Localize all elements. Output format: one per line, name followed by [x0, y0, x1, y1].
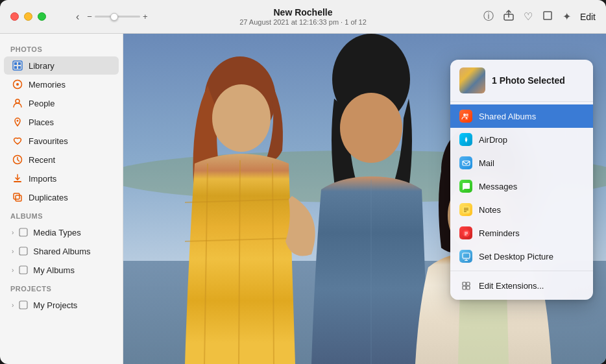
popup-label-mail: Mail	[479, 158, 494, 168]
svg-rect-7	[18, 66, 21, 69]
popup-item-set-desktop[interactable]: Set Desktop Picture	[450, 245, 593, 268]
memories-icon	[12, 79, 23, 90]
popup-label-edit-extensions: Edit Extensions...	[479, 281, 544, 291]
svg-rect-2	[544, 12, 551, 19]
heart-icon[interactable]: ♡	[524, 10, 533, 23]
sidebar-item-library[interactable]: Library	[4, 56, 119, 75]
sidebar-item-people[interactable]: People	[4, 94, 119, 112]
svg-point-35	[463, 114, 466, 116]
svg-rect-5	[18, 62, 21, 65]
svg-rect-53	[463, 286, 466, 289]
media-types-chevron: ›	[12, 229, 14, 236]
popup-header-text: 1 Photo Selected	[492, 75, 565, 86]
zoom-slider[interactable]	[95, 16, 140, 18]
popup-item-edit-extensions[interactable]: Edit Extensions...	[450, 274, 593, 297]
notes-icon	[459, 203, 472, 216]
titlebar-center: New Rochelle 27 August 2021 at 12:16:33 …	[239, 7, 367, 26]
mail-icon	[459, 156, 472, 169]
popup-thumbnail	[459, 67, 485, 93]
zoom-thumb[interactable]	[110, 13, 118, 21]
shared-albums-sidebar-icon	[18, 245, 29, 257]
sidebar-item-duplicates[interactable]: Duplicates	[4, 188, 119, 206]
sidebar-item-my-projects[interactable]: › My Projects	[4, 296, 119, 314]
messages-icon	[459, 180, 472, 193]
sidebar-item-library-label: Library	[29, 61, 55, 71]
sidebar-item-favourites[interactable]: Favourites	[4, 132, 119, 150]
popup-item-reminders[interactable]: Reminders	[450, 221, 593, 245]
svg-rect-3	[13, 61, 22, 70]
popup-item-shared-albums[interactable]: Shared Albums	[450, 104, 593, 128]
nav-controls: ‹ − +	[72, 8, 148, 25]
my-projects-chevron: ›	[12, 302, 14, 309]
sidebar-item-memories[interactable]: Memories	[4, 75, 119, 93]
crop-icon[interactable]	[542, 10, 553, 24]
svg-rect-15	[16, 195, 21, 201]
maximize-button[interactable]	[38, 12, 46, 21]
popup-item-airdrop[interactable]: AirDrop	[450, 128, 593, 151]
sidebar-item-my-albums[interactable]: › My Albums	[4, 261, 119, 279]
reminders-icon	[459, 226, 472, 239]
sidebar-item-imports[interactable]: Imports	[4, 169, 119, 188]
edit-button[interactable]: Edit	[580, 12, 596, 22]
photo-area: 1 Photo Selected	[123, 34, 606, 364]
titlebar-actions: ⓘ ♡ ✦ Edit	[483, 10, 596, 24]
imports-icon	[12, 173, 23, 184]
minimize-button[interactable]	[24, 12, 32, 21]
svg-rect-18	[19, 266, 27, 274]
photo-title: New Rochelle	[239, 7, 367, 18]
svg-point-37	[465, 139, 467, 141]
svg-rect-47	[463, 253, 470, 258]
popup-divider	[450, 271, 593, 271]
svg-point-24	[212, 84, 271, 152]
svg-rect-14	[14, 193, 19, 199]
sidebar-item-places-label: Places	[29, 117, 54, 127]
sidebar-item-recent[interactable]: Recent	[4, 151, 119, 169]
sidebar-item-recent-label: Recent	[29, 155, 55, 165]
sidebar-item-media-types[interactable]: › Media Types	[4, 223, 119, 241]
share-popup: 1 Photo Selected	[450, 60, 593, 300]
sidebar: Photos Library	[0, 34, 123, 364]
photos-section-label: Photos	[0, 40, 123, 56]
svg-rect-38	[463, 161, 470, 165]
popup-label-reminders: Reminders	[479, 228, 520, 238]
sidebar-item-my-albums-label: My Albums	[33, 265, 75, 275]
main-content: Photos Library	[0, 34, 606, 364]
svg-rect-13	[14, 181, 21, 182]
share-icon[interactable]	[503, 10, 515, 24]
zoom-plus-icon: +	[143, 12, 148, 21]
set-desktop-icon	[459, 250, 472, 263]
sidebar-item-shared-albums-label: Shared Albums	[33, 247, 90, 256]
popup-label-messages: Messages	[479, 182, 517, 191]
svg-rect-52	[467, 282, 470, 285]
recent-icon	[12, 154, 23, 165]
popup-label-set-desktop: Set Desktop Picture	[479, 252, 553, 261]
my-projects-icon	[18, 299, 29, 311]
svg-rect-16	[19, 228, 27, 236]
airdrop-icon	[459, 133, 472, 146]
traffic-lights	[10, 12, 46, 21]
photo-subtitle: 27 August 2021 at 12:16:33 pm · 1 of 12	[239, 18, 367, 26]
sidebar-item-shared-albums[interactable]: › Shared Albums	[4, 242, 119, 260]
popup-label-shared-albums: Shared Albums	[479, 112, 536, 121]
edit-extensions-icon	[459, 279, 472, 292]
sidebar-item-places[interactable]: Places	[4, 113, 119, 131]
popup-menu: Shared Albums AirDrop	[450, 102, 593, 300]
popup-item-notes[interactable]: Notes	[450, 198, 593, 221]
titlebar: ‹ − + New Rochelle 27 August 2021 at 12:…	[0, 0, 606, 34]
sidebar-item-media-types-label: Media Types	[33, 228, 80, 237]
media-types-icon	[18, 226, 29, 238]
popup-item-mail[interactable]: Mail	[450, 151, 593, 175]
app-window: ‹ − + New Rochelle 27 August 2021 at 12:…	[0, 0, 606, 364]
enhance-icon[interactable]: ✦	[563, 10, 571, 23]
albums-section-label: Albums	[0, 207, 123, 223]
svg-point-10	[16, 99, 19, 103]
popup-item-messages[interactable]: Messages	[450, 175, 593, 198]
info-icon[interactable]: ⓘ	[483, 10, 494, 23]
close-button[interactable]	[10, 12, 19, 21]
back-button[interactable]: ‹	[72, 8, 83, 25]
sidebar-item-memories-label: Memories	[29, 80, 66, 90]
favourites-icon	[12, 135, 23, 147]
sidebar-item-favourites-label: Favourites	[29, 136, 68, 146]
svg-rect-54	[467, 286, 470, 289]
sidebar-item-imports-label: Imports	[29, 174, 56, 184]
